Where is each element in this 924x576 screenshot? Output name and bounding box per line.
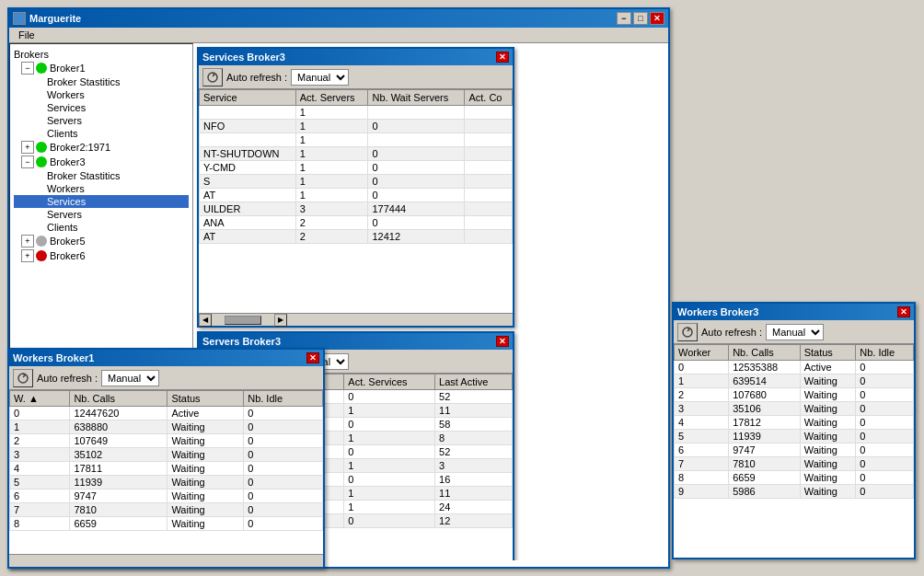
tree-broker3-servers[interactable]: Servers xyxy=(14,208,189,221)
wb1-cell-nb-calls: 638880 xyxy=(70,420,167,434)
services-cell-act-co xyxy=(465,161,513,175)
tree-broker3[interactable]: − Broker3 xyxy=(14,155,189,169)
refresh-icon xyxy=(206,71,219,84)
services-cell-act-servers: 1 xyxy=(295,175,368,189)
services-scrollbar-h[interactable]: ◀ ▶ xyxy=(199,313,513,326)
file-menu[interactable]: File xyxy=(13,29,40,40)
services-table-wrapper: Service Act. Servers Nb. Wait Servers Ac… xyxy=(199,89,513,313)
services-cell-act-co xyxy=(465,120,513,133)
services-cell-act-servers: 2 xyxy=(295,216,368,230)
services-table-row: AT 1 0 xyxy=(200,189,513,202)
wb3-cell-worker: 4 xyxy=(675,416,729,430)
wb1-cell-status: Active xyxy=(167,407,244,420)
wb1-cell-w: 7 xyxy=(10,503,70,517)
wb1-cell-nb-calls: 9747 xyxy=(70,490,167,503)
servers-close-button[interactable]: ✕ xyxy=(496,336,509,347)
tree-broker3-clients[interactable]: Clients xyxy=(14,221,189,234)
broker1-expander[interactable]: − xyxy=(21,62,34,75)
tree-broker3-services[interactable]: Services xyxy=(14,195,189,208)
workers-broker1-table-row: 1 638880 Waiting 0 xyxy=(10,420,323,434)
wb1-cell-w: 3 xyxy=(10,448,70,462)
workers-broker3-table: Worker Nb. Calls Status Nb. Idle 0 12535… xyxy=(674,344,914,499)
broker3-expander[interactable]: − xyxy=(21,156,34,168)
workers-broker1-scrollbar xyxy=(9,554,323,567)
workers-broker1-table-row: 5 11939 Waiting 0 xyxy=(10,476,323,490)
wb1-cell-status: Waiting xyxy=(167,503,244,517)
tree-broker3-workers[interactable]: Workers xyxy=(14,182,189,195)
maximize-button[interactable]: □ xyxy=(633,12,648,25)
servers-cell-last-active: 58 xyxy=(435,418,513,432)
wb1-cell-w: 2 xyxy=(10,434,70,448)
wb1-cell-w: 8 xyxy=(10,517,70,531)
servers-cell-act-services: 0 xyxy=(344,473,435,487)
broker2-expander[interactable]: + xyxy=(21,141,34,154)
workers-broker3-refresh-select[interactable]: Manual 5s 10s 30s xyxy=(766,324,824,340)
wb3-cell-status: Waiting xyxy=(800,388,856,402)
servers-cell-act-services: 1 xyxy=(344,404,435,418)
services-cell-service: S xyxy=(200,175,296,189)
services-refresh-select[interactable]: Manual 5s 10s 30s xyxy=(291,69,349,86)
wb1-cell-status: Waiting xyxy=(167,448,244,462)
workers-broker3-close-button[interactable]: ✕ xyxy=(897,306,910,317)
tree-broker3-stats[interactable]: Broker Stastitics xyxy=(14,169,189,182)
wb3-cell-status: Waiting xyxy=(800,485,856,499)
wb3-cell-worker: 6 xyxy=(675,444,729,457)
services-scrollbar-thumb[interactable] xyxy=(225,316,261,325)
servers-cell-last-active: 11 xyxy=(435,487,513,501)
main-window-controls: − □ ✕ xyxy=(617,12,664,25)
services-refresh-icon-btn[interactable] xyxy=(202,68,223,86)
tree-broker1-clients[interactable]: Clients xyxy=(14,127,189,140)
tree-broker1-stats[interactable]: Broker Stastitics xyxy=(14,75,189,88)
tree-broker1-servers[interactable]: Servers xyxy=(14,114,189,127)
servers-cell-act-services: 0 xyxy=(344,418,435,432)
tree-broker5[interactable]: + Broker5 xyxy=(14,234,189,248)
wb3-cell-nb-idle: 0 xyxy=(856,402,914,416)
tree-broker1-workers[interactable]: Workers xyxy=(14,88,189,101)
services-scroll-left[interactable]: ◀ xyxy=(199,314,212,327)
wb1-cell-nb-idle: 0 xyxy=(244,517,323,531)
minimize-button[interactable]: − xyxy=(617,12,631,25)
wb3-cell-nb-idle: 0 xyxy=(856,430,914,444)
services-cell-service xyxy=(200,133,296,147)
tree-broker1[interactable]: − Broker1 xyxy=(14,61,189,75)
services-cell-nb-wait: 0 xyxy=(368,120,465,133)
services-table-row: 1 xyxy=(200,106,513,120)
workers-broker3-title: Workers Broker3 xyxy=(677,306,758,317)
services-col-nb-wait: Nb. Wait Servers xyxy=(368,90,465,106)
workers-broker1-table-row: 0 12447620 Active 0 xyxy=(10,407,323,420)
workers-broker3-auto-refresh-label: Auto refresh : xyxy=(701,327,762,338)
wb1-cell-w: 5 xyxy=(10,476,70,490)
services-cell-act-servers: 2 xyxy=(295,230,368,244)
servers-cell-last-active: 24 xyxy=(435,501,513,514)
services-col-act-servers: Act. Servers xyxy=(295,90,368,106)
broker3-services-label: Services xyxy=(47,196,86,207)
wb3-col-worker: Worker xyxy=(675,345,729,361)
broker3-servers-label: Servers xyxy=(47,209,82,220)
services-close-button[interactable]: ✕ xyxy=(496,52,509,63)
broker1-children: Broker Stastitics Workers Services Serve… xyxy=(14,75,189,140)
wb1-cell-status: Waiting xyxy=(167,517,244,531)
close-button[interactable]: ✕ xyxy=(650,12,664,25)
wb3-cell-status: Waiting xyxy=(800,444,856,457)
wb1-cell-status: Waiting xyxy=(167,462,244,476)
tree-broker2[interactable]: + Broker2:1971 xyxy=(14,140,189,155)
wb3-cell-nb-calls: 9747 xyxy=(729,444,801,457)
workers-broker1-close-button[interactable]: ✕ xyxy=(306,352,319,363)
services-scroll-right[interactable]: ▶ xyxy=(274,314,287,327)
broker6-expander[interactable]: + xyxy=(21,249,34,262)
broker5-expander[interactable]: + xyxy=(21,235,34,248)
services-table-row: AT 2 12412 xyxy=(200,230,513,244)
workers-broker1-refresh-icon-btn[interactable] xyxy=(13,369,33,387)
tree-broker1-services[interactable]: Services xyxy=(14,101,189,114)
workers-broker3-refresh-icon-btn[interactable] xyxy=(677,323,698,341)
workers-broker1-table-row: 7 7810 Waiting 0 xyxy=(10,503,323,517)
broker1-clients-label: Clients xyxy=(47,128,78,139)
workers-broker1-refresh-select[interactable]: Manual 5s 10s 30s xyxy=(101,370,159,386)
broker1-stats-label: Broker Stastitics xyxy=(47,76,120,87)
services-cell-act-co xyxy=(465,189,513,202)
svg-point-2 xyxy=(18,374,28,383)
tree-broker6[interactable]: + Broker6 xyxy=(14,248,189,263)
broker2-icon xyxy=(36,142,47,153)
workers-broker1-table-row: 4 17811 Waiting 0 xyxy=(10,462,323,476)
wb1-cell-w: 4 xyxy=(10,462,70,476)
